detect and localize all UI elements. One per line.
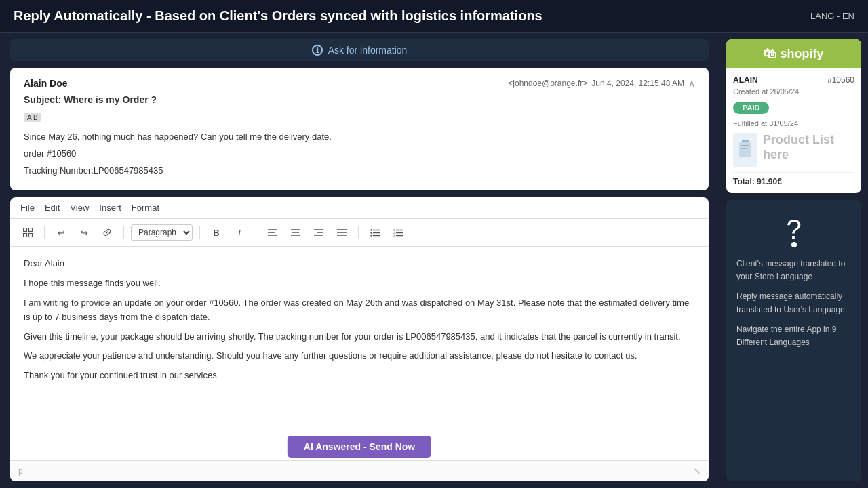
toolbar-undo[interactable]: ↩ <box>52 223 71 242</box>
editor-content-area[interactable]: Dear Alain I hope this message finds you… <box>10 247 709 460</box>
toolbar-align-justify[interactable] <box>332 223 351 242</box>
editor-menu-bar: File Edit View Insert Format <box>10 197 709 219</box>
toolbar-sep1 <box>44 226 45 239</box>
right-sidebar: 🛍 shopify ALAIN #10560 Created at 26/05/… <box>719 33 868 488</box>
question-mark-icon: ? <box>777 210 811 247</box>
left-content-area: ℹ Ask for information Alain Doe <johndoe… <box>0 33 719 488</box>
svg-rect-3 <box>29 234 33 237</box>
toolbar-sep2 <box>123 226 124 239</box>
editor-paragraph-indicator: p <box>18 466 23 476</box>
editor-line5: Thank you for your continued trust in ou… <box>24 369 695 383</box>
question-mark-glyph: ? <box>786 216 801 243</box>
toolbar-link[interactable] <box>98 223 117 242</box>
menu-format[interactable]: Format <box>132 203 159 213</box>
toolbar-paragraph-select[interactable]: Paragraph <box>131 224 193 241</box>
editor-line2: I am writing to provide an update on you… <box>24 296 695 325</box>
send-now-button[interactable]: AI Answered - Send Now <box>288 436 431 458</box>
menu-edit[interactable]: Edit <box>45 203 60 213</box>
email-from: Alain Doe <box>24 78 68 89</box>
info-block-reply: Reply message automatically translated t… <box>736 290 851 316</box>
shopify-product-area: Product List here <box>733 133 854 167</box>
shopify-customer-name: ALAIN <box>733 75 758 85</box>
shopify-order-header: ALAIN #10560 <box>733 75 854 85</box>
toolbar-bold[interactable]: B <box>207 223 226 242</box>
shopify-card: 🛍 shopify ALAIN #10560 Created at 26/05/… <box>726 39 861 193</box>
info-block-navigate: Navigate the entire App in 9 Different L… <box>736 323 851 349</box>
shopify-logo-text: shopify <box>780 47 823 61</box>
email-body: Since May 26, nothing much has happened?… <box>24 130 695 178</box>
shopify-created-date: Created at 26/05/24 <box>733 87 854 96</box>
language-selector[interactable]: LANG - EN <box>810 11 854 21</box>
svg-rect-30 <box>741 145 749 146</box>
menu-file[interactable]: File <box>20 203 35 213</box>
page-title: Reply Automatically - Based on Client's … <box>14 8 542 24</box>
app-header: Reply Automatically - Based on Client's … <box>0 0 868 33</box>
info-section: ? Client's message translated to your St… <box>726 200 861 481</box>
toolbar-sep4 <box>256 226 256 239</box>
email-card: Alain Doe <johndoe@orange.fr> Jun 4, 202… <box>10 68 709 190</box>
editor-line3: Given this timeline, your package should… <box>24 330 695 344</box>
svg-text:3.: 3. <box>393 234 395 237</box>
svg-rect-0 <box>24 228 27 232</box>
svg-rect-29 <box>739 142 751 157</box>
shopify-header: 🛍 shopify <box>726 39 861 68</box>
toolbar-align-left[interactable] <box>263 223 282 242</box>
email-subject: Subject: Where is my Order ? <box>24 94 695 105</box>
email-collapse-icon[interactable]: ∧ <box>688 78 695 89</box>
reply-editor: File Edit View Insert Format ↩ ↪ Paragra… <box>10 197 709 481</box>
shopify-fulfilled-label: Fulfilled at 31/05/24 <box>733 119 854 127</box>
email-date: Jun 4, 2024, 12:15:48 AM <box>591 79 684 88</box>
editor-line1: I hope this message finds you well. <box>24 277 695 291</box>
svg-rect-28 <box>742 140 749 142</box>
main-layout: ℹ Ask for information Alain Doe <johndoe… <box>0 33 868 488</box>
svg-point-20 <box>370 235 372 237</box>
shopify-total: Total: 91.90€ <box>733 172 854 186</box>
shopify-logo: 🛍 shopify <box>764 46 823 62</box>
question-dot <box>791 242 797 247</box>
info-block-translation: Client's message translated to your Stor… <box>736 258 851 283</box>
toolbar-align-center[interactable] <box>286 223 305 242</box>
shopify-order-number: #10560 <box>827 75 854 85</box>
product-icon <box>733 133 757 167</box>
menu-view[interactable]: View <box>70 203 89 213</box>
email-header: Alain Doe <johndoe@orange.fr> Jun 4, 202… <box>24 78 695 89</box>
svg-rect-31 <box>741 148 747 149</box>
toolbar-sep3 <box>199 226 200 239</box>
svg-point-18 <box>370 232 372 234</box>
editor-resize-icon: ⤡ <box>694 466 701 476</box>
svg-point-16 <box>370 230 372 231</box>
editor-toolbar: ↩ ↪ Paragraph B I <box>10 219 709 247</box>
info-bar-label: Ask for information <box>328 45 408 56</box>
svg-rect-1 <box>29 228 33 232</box>
shopify-product-placeholder: Product List here <box>763 133 854 162</box>
editor-footer: p ⤡ <box>10 460 709 481</box>
svg-rect-2 <box>24 234 27 237</box>
info-bar[interactable]: ℹ Ask for information <box>10 39 709 61</box>
toolbar-redo[interactable]: ↪ <box>75 223 94 242</box>
translation-badge: A B <box>24 113 41 122</box>
menu-insert[interactable]: Insert <box>99 203 121 213</box>
toolbar-italic[interactable]: I <box>230 223 249 242</box>
toolbar-list-bullet[interactable] <box>366 223 384 242</box>
shopify-bag-icon: 🛍 <box>764 46 777 62</box>
shopify-paid-badge: PAID <box>733 102 769 114</box>
info-icon: ℹ <box>312 45 323 56</box>
toolbar-expand[interactable] <box>18 223 37 242</box>
email-address: <johndoe@orange.fr> <box>508 79 587 88</box>
editor-line4: We appreciate your patience and understa… <box>24 349 695 363</box>
toolbar-list-number[interactable]: 1.2.3. <box>389 223 408 242</box>
toolbar-sep5 <box>358 226 359 239</box>
editor-greeting: Dear Alain <box>24 257 695 271</box>
toolbar-align-right[interactable] <box>309 223 328 242</box>
shopify-order-details: ALAIN #10560 Created at 26/05/24 PAID Fu… <box>726 68 861 193</box>
